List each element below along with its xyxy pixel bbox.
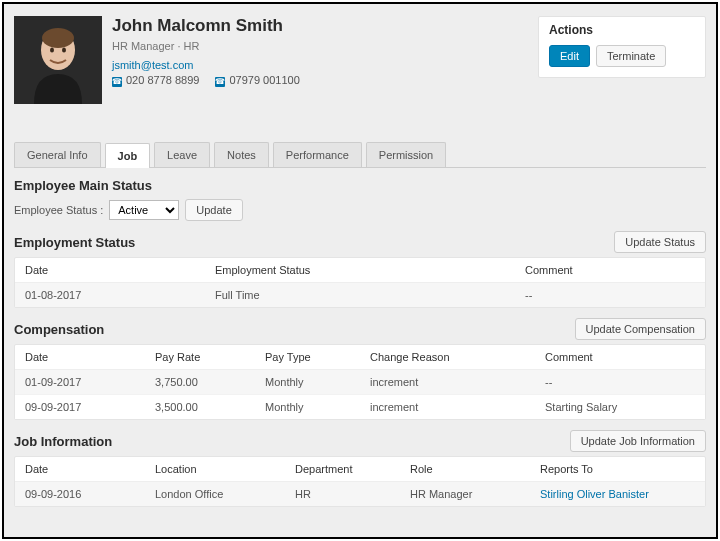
status-label: Employee Status : [14, 204, 103, 216]
actions-panel: Actions Edit Terminate [538, 16, 706, 78]
table-row: 09-09-2017 3,500.00 Monthly increment St… [15, 395, 705, 419]
reports-to-link[interactable]: Stirling Oliver Banister [540, 488, 695, 500]
table-row: 01-08-2017 Full Time -- [15, 283, 705, 307]
col-status: Employment Status [215, 264, 525, 276]
mobile-icon: ☎ [215, 77, 225, 87]
phone-office: ☎020 8778 8899 [112, 74, 199, 87]
col-role: Role [410, 463, 540, 475]
main-status-title: Employee Main Status [14, 178, 152, 193]
col-comment: Comment [525, 264, 695, 276]
terminate-button[interactable]: Terminate [596, 45, 666, 67]
job-info-table: Date Location Department Role Reports To… [14, 456, 706, 507]
table-row: 01-09-2017 3,750.00 Monthly increment -- [15, 370, 705, 395]
tab-permission[interactable]: Permission [366, 142, 446, 167]
employee-role-line: HR Manager · HR [112, 40, 528, 52]
update-status-button[interactable]: Update Status [614, 231, 706, 253]
actions-title: Actions [549, 23, 695, 37]
svg-point-4 [62, 48, 66, 53]
update-compensation-button[interactable]: Update Compensation [575, 318, 706, 340]
edit-button[interactable]: Edit [549, 45, 590, 67]
phone-mobile: ☎07979 001100 [215, 74, 299, 87]
col-date: Date [25, 264, 215, 276]
col-type: Pay Type [265, 351, 370, 363]
svg-point-2 [42, 28, 74, 48]
tab-notes[interactable]: Notes [214, 142, 269, 167]
table-row: 09-09-2016 London Office HR HR Manager S… [15, 482, 705, 506]
col-reason: Change Reason [370, 351, 545, 363]
phone-icon: ☎ [112, 77, 122, 87]
col-rate: Pay Rate [155, 351, 265, 363]
col-reports-to: Reports To [540, 463, 695, 475]
status-update-button[interactable]: Update [185, 199, 242, 221]
compensation-table: Date Pay Rate Pay Type Change Reason Com… [14, 344, 706, 420]
tab-performance[interactable]: Performance [273, 142, 362, 167]
tab-leave[interactable]: Leave [154, 142, 210, 167]
employee-name: John Malcomn Smith [112, 16, 528, 36]
col-department: Department [295, 463, 410, 475]
employment-status-title: Employment Status [14, 235, 135, 250]
employment-status-table: Date Employment Status Comment 01-08-201… [14, 257, 706, 308]
update-job-info-button[interactable]: Update Job Information [570, 430, 706, 452]
tab-general-info[interactable]: General Info [14, 142, 101, 167]
employee-avatar [14, 16, 102, 104]
col-comment: Comment [545, 351, 695, 363]
svg-point-3 [50, 48, 54, 53]
tabs: General Info Job Leave Notes Performance… [14, 142, 706, 168]
col-date: Date [25, 463, 155, 475]
col-date: Date [25, 351, 155, 363]
job-info-title: Job Information [14, 434, 112, 449]
tab-job[interactable]: Job [105, 143, 151, 168]
compensation-title: Compensation [14, 322, 104, 337]
col-location: Location [155, 463, 295, 475]
status-select[interactable]: Active [109, 200, 179, 220]
employee-email[interactable]: jsmith@test.com [112, 59, 193, 71]
